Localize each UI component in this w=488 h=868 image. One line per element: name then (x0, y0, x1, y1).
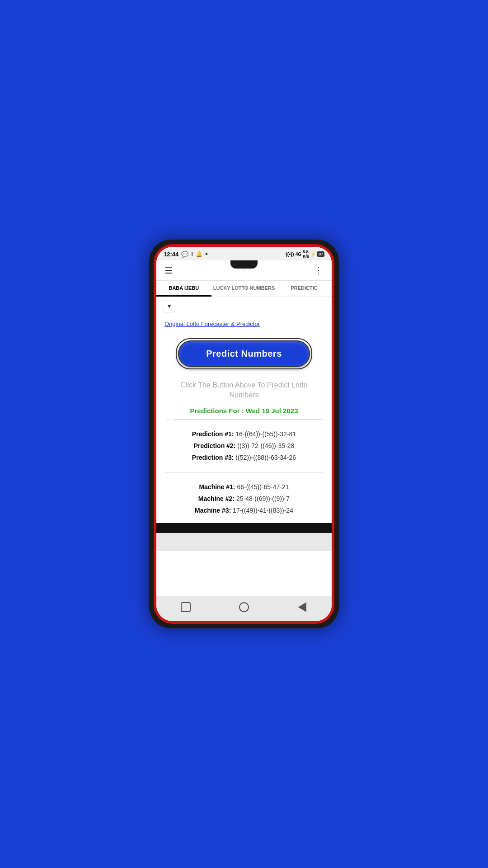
square-icon (181, 602, 191, 612)
black-bar (156, 523, 332, 533)
machine-1-label: Machine #1: (199, 483, 235, 491)
facebook-icon: f (191, 251, 193, 257)
prediction-2-value: ((3))-72-((46))-35-28 (237, 442, 294, 449)
prediction-row-3: Prediction #3: ((52))-((88))-63-34-26 (163, 454, 325, 461)
machine-3-value: 17-((49))-41-((83))-24 (233, 507, 293, 514)
forecaster-link[interactable]: Original Lotto Forecaster & Predictor (156, 320, 332, 332)
middle-divider (165, 472, 323, 472)
predict-numbers-button[interactable]: Predict Numbers (178, 340, 310, 367)
tab-baba-ijebu[interactable]: BABA IJEBU (156, 281, 211, 297)
speed-indicator: 5.8K/s (303, 250, 309, 259)
notch (230, 260, 258, 269)
predict-btn-wrapper: Predict Numbers (156, 338, 332, 369)
circle-icon (239, 602, 249, 612)
center-dot: · (243, 269, 244, 273)
prediction-row-1: Prediction #1: 16-((64))-((55))-32-81 (163, 430, 325, 438)
predictions-section: Prediction #1: 16-((64))-((55))-32-81 Pr… (156, 423, 332, 468)
machine-1-value: 66-((45))-65-47-21 (237, 483, 289, 491)
machine-row-2: Machine #2: 25-48-((69))-((9))-7 (163, 495, 325, 502)
signal-icon: 4G (296, 252, 301, 257)
prediction-2-label: Prediction #2: (194, 442, 236, 449)
top-divider (165, 419, 323, 420)
nav-home-button[interactable] (237, 600, 251, 614)
prediction-3-value: ((52))-((88))-63-34-26 (235, 454, 296, 461)
dot-status: • (205, 250, 208, 258)
nav-back-button[interactable] (296, 600, 309, 614)
ad-bar (156, 533, 332, 551)
hamburger-icon[interactable]: ☰ (164, 265, 173, 276)
bell-icon: 🔔 (196, 251, 202, 257)
chevron-down-icon[interactable]: ▾ (163, 300, 175, 312)
dropdown-row: ▾ (156, 297, 332, 315)
battery-icon: 87 (317, 251, 324, 257)
nav-square-button[interactable] (179, 600, 192, 614)
machine-3-label: Machine #3: (195, 507, 231, 514)
charging-icon: ⚡ (310, 252, 316, 257)
machine-row-1: Machine #1: 66-((45))-65-47-21 (163, 483, 325, 491)
machine-row-3: Machine #3: 17-((49))-41-((83))-24 (163, 507, 325, 514)
machine-2-label: Machine #2: (198, 495, 235, 502)
status-time: 12:44 (164, 251, 178, 258)
prediction-3-label: Prediction #3: (192, 454, 234, 461)
tabs-bar: BABA IJEBU LUCKY LOTTO NUMBERS PREDICTIC (156, 281, 332, 297)
whatsapp-icon: 💬 (181, 251, 188, 258)
content-area: Original Lotto Forecaster & Predictor Pr… (156, 315, 332, 596)
nav-bar (156, 596, 332, 621)
machine-2-value: 25-48-((69))-((9))-7 (236, 495, 290, 502)
predictions-date: Predictions For : Wed 19 Jul 2023 (156, 407, 332, 415)
machines-section: Machine #1: 66-((45))-65-47-21 Machine #… (156, 476, 332, 523)
side-label: 2 SURE (162, 402, 178, 466)
back-icon (298, 602, 306, 612)
click-instruction: Click The Button Above To Predict Lotto … (156, 377, 332, 407)
prediction-1-value: 16-((64))-((55))-32-81 (235, 430, 296, 438)
tab-predictions[interactable]: PREDICTIC (277, 281, 332, 297)
prediction-row-2: Prediction #2: ((3))-72-((46))-35-28 (163, 442, 325, 449)
tab-lucky-lotto[interactable]: LUCKY LOTTO NUMBERS (211, 281, 277, 297)
more-options-icon[interactable]: ⋮ (314, 265, 324, 276)
wifi-icon: ((•)) (286, 251, 294, 257)
prediction-1-label: Prediction #1: (192, 430, 234, 438)
status-bar: 12:44 💬 f 🔔 • ((•)) 4G 5.8K/s ⚡ 87 (156, 247, 332, 260)
